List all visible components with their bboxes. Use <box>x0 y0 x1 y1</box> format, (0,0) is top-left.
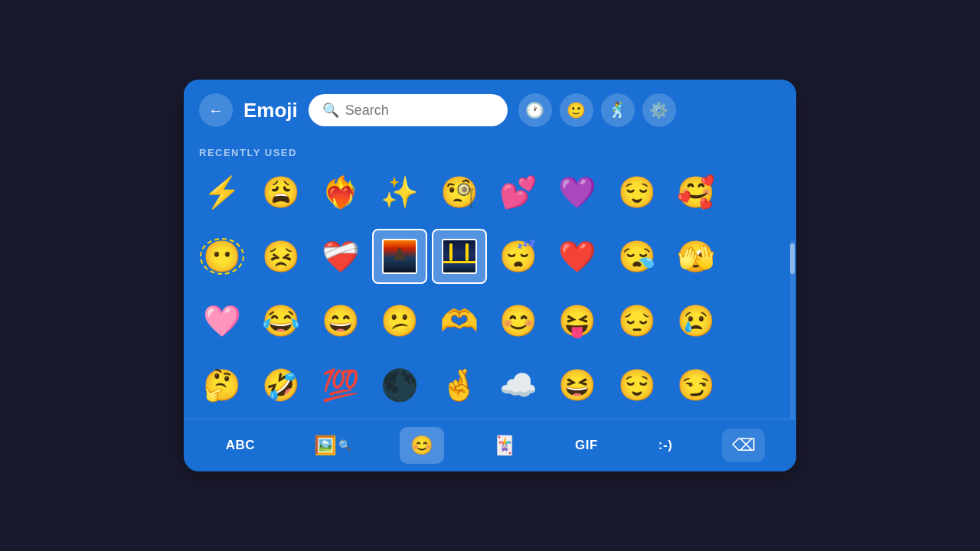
emoji-row-4: 🤔 🤣 💯 🌑 🤞 ☁️ 😆 😌 😏 <box>184 354 796 419</box>
abc-button[interactable]: ABC <box>215 430 266 461</box>
emoji-weary[interactable]: 😩 <box>253 165 309 220</box>
emoji-purple-heart[interactable]: 💜 <box>550 165 605 220</box>
emoji-placeholder-4 <box>728 357 783 412</box>
backspace-icon: ⌫ <box>732 435 756 455</box>
emoji-row-2: 😶 😣 ❤️‍🩹 😴 ❤️ 😪 🫣 <box>184 226 796 290</box>
emoji-row-1: ⚡ 😩 ❤️‍🔥 ✨ 🧐 💕 💜 😌 🥰 <box>184 161 796 226</box>
emoji-joy[interactable]: 😂 <box>253 293 309 348</box>
emoticon-button[interactable]: :-) <box>646 430 684 461</box>
abc-label: ABC <box>226 438 255 453</box>
emoji-100[interactable]: 💯 <box>313 357 368 412</box>
emoji-two-hearts[interactable]: 💕 <box>491 165 546 220</box>
emoji-cloud[interactable]: ☁️ <box>491 357 546 412</box>
emoji-lightning[interactable]: ⚡ <box>194 165 250 220</box>
emoji-heart-hands[interactable]: 🫶 <box>432 293 487 348</box>
emoji-crying[interactable]: 😢 <box>668 293 724 348</box>
emoji-grinning[interactable]: 😄 <box>313 293 368 348</box>
image-search-button[interactable]: 🖼️ 🔍 <box>303 427 362 464</box>
section-label: RECENTLY USED <box>184 141 796 161</box>
emoji-smiling-hearts[interactable]: 🥰 <box>668 165 724 220</box>
sticker-button[interactable]: 🃏 <box>482 427 527 464</box>
image-search-icon: 🖼️ <box>314 435 337 456</box>
emoji-persevering[interactable]: 😣 <box>253 229 309 284</box>
emoji-row-3: 🩷 😂 😄 😕 🫶 😊 😝 😔 😢 <box>184 290 796 354</box>
emoji-crossed-fingers[interactable]: 🤞 <box>432 357 487 412</box>
scrollbar-thumb[interactable] <box>790 243 795 274</box>
emoji-area: RECENTLY USED ⚡ 😩 ❤️‍🔥 ✨ 🧐 💕 💜 😌 🥰 😶 😣 ❤… <box>184 141 796 419</box>
emoji-new-moon[interactable]: 🌑 <box>372 357 427 412</box>
emoji-placeholder-3 <box>728 293 783 348</box>
emoji-icon: 😊 <box>410 435 433 456</box>
page-title: Emoji <box>243 99 298 122</box>
emoji-heart-fire[interactable]: ❤️‍🔥 <box>313 165 368 220</box>
emoji-drooling[interactable]: 😪 <box>609 229 665 284</box>
emoji-smirk[interactable]: 😏 <box>668 357 724 412</box>
emoji-blush[interactable]: 😊 <box>491 293 546 348</box>
emoji-thinking[interactable]: 🤔 <box>194 357 250 412</box>
gif-label: GIF <box>575 438 598 453</box>
emoji-monocle[interactable]: 🧐 <box>432 165 487 220</box>
settings-icon-btn[interactable]: ⚙️ <box>642 93 676 127</box>
emoji-red-heart[interactable]: ❤️ <box>550 229 605 284</box>
emoji-laughing[interactable]: 😆 <box>550 357 605 412</box>
emoji-mending-heart[interactable]: ❤️‍🩹 <box>313 229 368 284</box>
header-icon-group: 🕐 🙂 🕺 ⚙️ <box>518 93 676 127</box>
emoji-sparkles[interactable]: ✨ <box>372 165 427 220</box>
emoji-placeholder-2 <box>728 229 783 284</box>
search-bar[interactable]: 🔍 <box>309 94 508 126</box>
back-button[interactable]: ← <box>199 93 233 127</box>
bridge-photo[interactable] <box>442 239 477 274</box>
emoji-button[interactable]: 😊 <box>400 427 444 464</box>
emoji-landscape[interactable] <box>372 229 427 284</box>
emoji-peek[interactable]: 🫣 <box>668 229 724 284</box>
emoji-confused[interactable]: 😕 <box>372 293 427 348</box>
search-input[interactable] <box>345 103 494 119</box>
emoji-bridge[interactable] <box>432 229 487 284</box>
emoji-squinting[interactable]: 😝 <box>550 293 605 348</box>
emoji-rofl[interactable]: 🤣 <box>253 357 309 412</box>
person-icon-btn[interactable]: 🕺 <box>601 93 635 127</box>
emoji-pensive[interactable]: 😔 <box>609 293 665 348</box>
emoji-relieved2[interactable]: 😌 <box>609 357 665 412</box>
landscape-photo[interactable] <box>382 239 417 274</box>
gif-button[interactable]: GIF <box>564 430 609 461</box>
clock-icon-btn[interactable]: 🕐 <box>518 93 552 127</box>
scrollbar-track <box>790 240 795 419</box>
emoticon-label: :-) <box>658 438 672 453</box>
sticker-icon: 🃏 <box>493 435 516 456</box>
emoji-keyboard: ← Emoji 🔍 🕐 🙂 🕺 ⚙️ RECENTLY USED ⚡ 😩 ❤️‍… <box>184 80 796 471</box>
emoji-pink-heart[interactable]: 🩷 <box>194 293 250 348</box>
bottom-toolbar: ABC 🖼️ 🔍 😊 🃏 GIF :-) ⌫ <box>184 419 796 471</box>
emoji-placeholder-1 <box>728 165 783 220</box>
keyboard-header: ← Emoji 🔍 🕐 🙂 🕺 ⚙️ <box>184 80 796 141</box>
smiley-icon-btn[interactable]: 🙂 <box>560 93 593 127</box>
emoji-neutral-face[interactable]: 😶 <box>194 229 250 284</box>
emoji-sleeping[interactable]: 😴 <box>491 229 546 284</box>
search-icon: 🔍 <box>322 102 339 119</box>
backspace-button[interactable]: ⌫ <box>722 429 765 462</box>
emoji-relieved[interactable]: 😌 <box>609 165 665 220</box>
